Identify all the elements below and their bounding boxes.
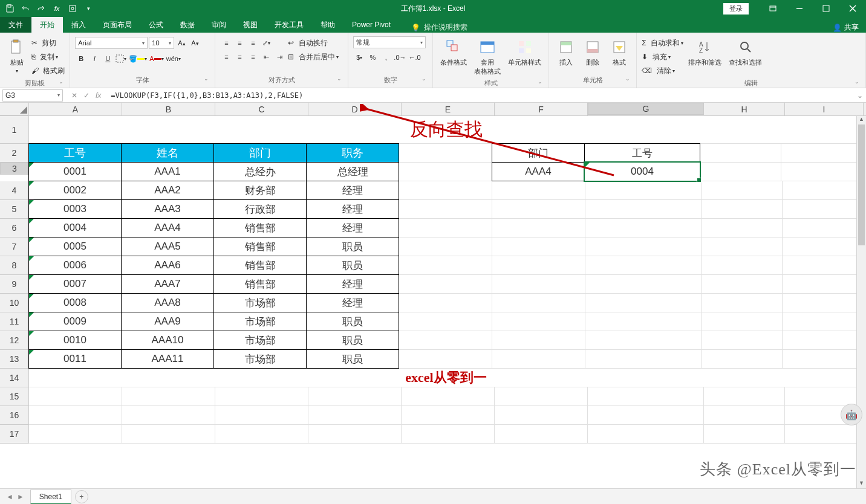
header-2[interactable]: 部门 <box>213 143 307 163</box>
paste-button[interactable]: 粘贴▾ <box>5 36 29 75</box>
lookup-head-0[interactable]: 部门 <box>492 143 585 163</box>
maximize-icon[interactable] <box>813 0 839 17</box>
cell[interactable] <box>308 425 402 444</box>
tab-review[interactable]: 审阅 <box>203 17 235 33</box>
tab-layout[interactable]: 页面布局 <box>94 17 140 33</box>
formula-input[interactable]: =VLOOKUP(F3,IF({1,0},B3:B13,A3:A13),2,FA… <box>107 91 854 100</box>
cell[interactable] <box>399 294 492 312</box>
col-head-I[interactable]: I <box>785 103 864 115</box>
fill-color-button[interactable]: 🪣▾ <box>128 53 148 65</box>
cell[interactable] <box>495 406 588 425</box>
col-head-D[interactable]: D <box>308 103 402 115</box>
cell[interactable] <box>122 387 215 406</box>
cell[interactable] <box>215 387 308 406</box>
tab-view[interactable]: 视图 <box>235 17 266 33</box>
data-name-cell[interactable]: AAA10 <box>121 331 214 350</box>
minimize-icon[interactable] <box>786 0 813 17</box>
data-name-cell[interactable]: AAA11 <box>121 349 214 369</box>
header-0[interactable]: 工号 <box>28 143 122 163</box>
cell[interactable] <box>122 425 215 444</box>
delete-button[interactable]: 删除 <box>581 36 605 68</box>
row-head-3[interactable]: 3 <box>0 163 29 175</box>
data-role[interactable]: 经理 <box>306 181 399 200</box>
cell[interactable] <box>783 350 861 369</box>
header-3[interactable]: 职务 <box>306 143 399 163</box>
col-head-C[interactable]: C <box>215 103 308 115</box>
cell[interactable] <box>783 331 861 350</box>
cell[interactable] <box>783 237 861 256</box>
cell[interactable] <box>29 425 122 444</box>
undo-icon[interactable] <box>18 1 33 16</box>
spreadsheet-grid[interactable]: ABCDEFGHI 1反向查找2工号姓名部门职务部门工号30001AAA1总经办… <box>0 103 866 488</box>
format-button[interactable]: 格式 <box>607 36 631 68</box>
cell[interactable] <box>585 237 702 256</box>
percent-button[interactable]: % <box>366 51 379 63</box>
col-head-A[interactable]: A <box>29 103 122 115</box>
tab-home[interactable]: 开始 <box>31 17 63 33</box>
cell[interactable] <box>585 219 702 237</box>
col-head-B[interactable]: B <box>122 103 215 115</box>
scroll-thumb[interactable] <box>858 124 865 245</box>
ribbon-options-icon[interactable] <box>760 0 786 17</box>
cell[interactable] <box>700 163 781 181</box>
cell[interactable] <box>585 331 702 350</box>
underline-button[interactable]: U <box>102 53 114 65</box>
indent-inc-button[interactable]: ⇥ <box>273 51 285 63</box>
cell[interactable] <box>492 237 585 256</box>
sheet-nav-prev-icon[interactable]: ◄ <box>6 493 13 501</box>
cell-style-button[interactable]: 单元格样式 <box>506 36 544 68</box>
row-head-9[interactable]: 9 <box>0 275 29 294</box>
scroll-down-icon[interactable]: ▼ <box>857 480 866 488</box>
cell[interactable] <box>785 425 864 444</box>
row-head-1[interactable]: 1 <box>0 116 29 144</box>
expand-formula-bar-icon[interactable]: ⌄ <box>854 91 866 100</box>
data-role[interactable]: 总经理 <box>306 162 399 181</box>
align-bottom-button[interactable]: ≡ <box>247 37 259 49</box>
row-head-7[interactable]: 7 <box>0 237 29 256</box>
cell[interactable] <box>495 387 588 406</box>
number-format-select[interactable]: 常规▾ <box>353 36 426 48</box>
data-id[interactable]: 0005 <box>28 237 122 256</box>
tab-powerpivot[interactable]: Power Pivot <box>343 17 399 33</box>
cell[interactable] <box>399 275 492 294</box>
cell[interactable] <box>704 425 785 444</box>
data-role[interactable]: 职员 <box>306 237 399 256</box>
cell[interactable] <box>781 144 860 163</box>
clear-button[interactable]: ⌫ 清除▾ <box>642 64 683 77</box>
login-button[interactable]: 登录 <box>723 3 749 15</box>
cell[interactable] <box>399 200 492 219</box>
cell[interactable] <box>399 312 492 331</box>
cell[interactable] <box>492 294 585 312</box>
cell[interactable] <box>783 200 861 219</box>
col-head-F[interactable]: F <box>495 103 588 115</box>
tab-formulas[interactable]: 公式 <box>140 17 172 33</box>
cell[interactable] <box>399 331 492 350</box>
data-dept[interactable]: 财务部 <box>213 181 307 200</box>
font-name-select[interactable]: Arial▾ <box>75 37 148 49</box>
cut-button[interactable]: ✂ 剪切 <box>31 36 65 50</box>
cell[interactable] <box>399 181 492 200</box>
sort-filter-button[interactable]: AZ排序和筛选 <box>686 36 724 68</box>
data-dept[interactable]: 总经办 <box>213 162 307 181</box>
cell[interactable] <box>702 275 783 294</box>
tab-help[interactable]: 帮助 <box>312 17 343 33</box>
cell[interactable] <box>585 294 702 312</box>
dec-decimal-button[interactable]: ←.0 <box>408 51 422 63</box>
currency-button[interactable]: $▾ <box>353 51 365 63</box>
row-head-8[interactable]: 8 <box>0 256 29 275</box>
data-id[interactable]: 0004 <box>28 218 122 237</box>
preview-icon[interactable] <box>65 1 80 16</box>
cell[interactable] <box>399 350 492 369</box>
data-id[interactable]: 0001 <box>28 162 122 181</box>
vertical-scrollbar[interactable]: ▲ ▼ <box>856 116 866 488</box>
data-name-cell[interactable]: AAA2 <box>121 181 214 200</box>
cell[interactable] <box>492 350 585 369</box>
comma-button[interactable]: , <box>380 51 392 63</box>
row-head-6[interactable]: 6 <box>0 219 29 237</box>
orientation-button[interactable]: ⤢▾ <box>260 37 272 49</box>
cell[interactable] <box>588 425 704 444</box>
cell[interactable] <box>399 163 492 181</box>
tell-me-search[interactable]: 💡 操作说明搜索 <box>411 22 467 33</box>
cell[interactable] <box>492 219 585 237</box>
data-role[interactable]: 经理 <box>306 293 399 312</box>
